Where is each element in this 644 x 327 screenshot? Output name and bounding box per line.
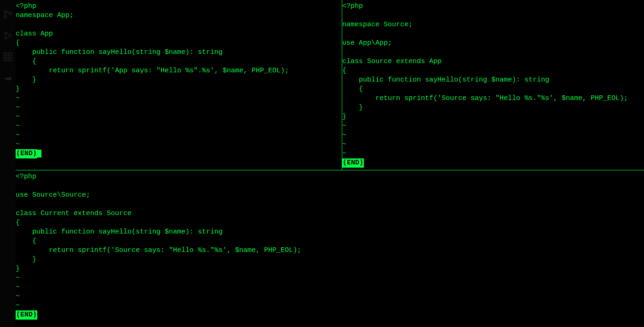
svg-marker-3 [6,32,12,39]
code-line: class App [16,30,53,38]
tilde-line: ~ [342,131,346,139]
code-line: { [16,219,20,227]
tilde-line: ~ [16,113,20,121]
svg-rect-7 [9,58,12,60]
pane-top-left[interactable]: <?php namespace App; class App { public … [16,0,342,170]
tilde-line: ~ [16,131,20,139]
code-line: { [342,85,363,93]
code-line: class Current extends Source [16,210,132,217]
tilde-line: ~ [342,140,346,148]
code-line: } [16,76,36,84]
code-line: use Source\Source; [16,191,90,199]
code-line: public function sayHello(string $name): … [16,228,223,236]
code-block[interactable]: <?php namespace Source; use App\App; cla… [342,0,644,168]
code-line: <?php [16,2,36,10]
editor-area: <?php namespace App; class App { public … [16,0,644,327]
tilde-line: ~ [16,274,20,282]
code-line: namespace App; [16,12,74,19]
tilde-line: ~ [16,122,20,130]
tilde-line: ~ [16,140,20,148]
code-line: namespace Source; [342,21,413,29]
svg-point-1 [4,16,6,18]
tilde-line: ~ [16,104,20,111]
code-line: } [16,256,36,263]
code-line: { [16,237,36,245]
end-marker: (END) [16,149,37,158]
debug-icon[interactable] [3,30,13,41]
code-line: return sprintf('Source says: "Hello %s."… [342,94,628,102]
code-line: return sprintf('Source says: "Hello %s."… [16,246,301,254]
code-line: } [16,85,20,93]
extensions-icon[interactable] [3,52,13,62]
code-line: public function sayHello(string $name): … [16,48,223,56]
code-line: } [342,113,346,121]
cursor [37,150,41,158]
activity-bar [0,0,16,327]
pane-bottom[interactable]: <?php use Source\Source; class Current e… [16,170,644,327]
end-marker: (END) [342,158,364,168]
code-block[interactable]: <?php namespace App; class App { public … [16,0,342,158]
code-line: <?php [16,173,36,181]
code-line: } [16,265,20,273]
svg-rect-6 [4,58,7,60]
tilde-line: ~ [16,292,20,300]
end-marker: (END) [16,310,37,320]
svg-point-0 [4,11,6,13]
pane-top-right[interactable]: <?php namespace Source; use App\App; cla… [342,0,644,170]
code-line: class Source extends App [342,58,442,65]
docker-icon[interactable] [3,73,13,83]
top-split-row: <?php namespace App; class App { public … [16,0,644,170]
code-line: } [342,104,363,111]
tilde-line: ~ [16,94,20,102]
code-line: { [342,67,346,75]
tilde-line: ~ [342,122,346,130]
tilde-line: ~ [342,150,346,158]
code-line: { [16,58,36,65]
tilde-line: ~ [16,283,20,291]
code-line: { [16,39,20,47]
code-line: <?php [342,2,363,10]
tilde-line: ~ [16,302,20,309]
branch-icon[interactable] [3,9,13,19]
code-line: use App\App; [342,39,392,47]
code-line: public function sayHello(string $name): … [342,76,549,84]
svg-rect-4 [4,53,7,56]
code-block[interactable]: <?php use Source\Source; class Current e… [16,170,644,320]
code-line: return sprintf('App says: "Hello %s".%s'… [16,67,289,75]
svg-rect-5 [9,53,12,56]
